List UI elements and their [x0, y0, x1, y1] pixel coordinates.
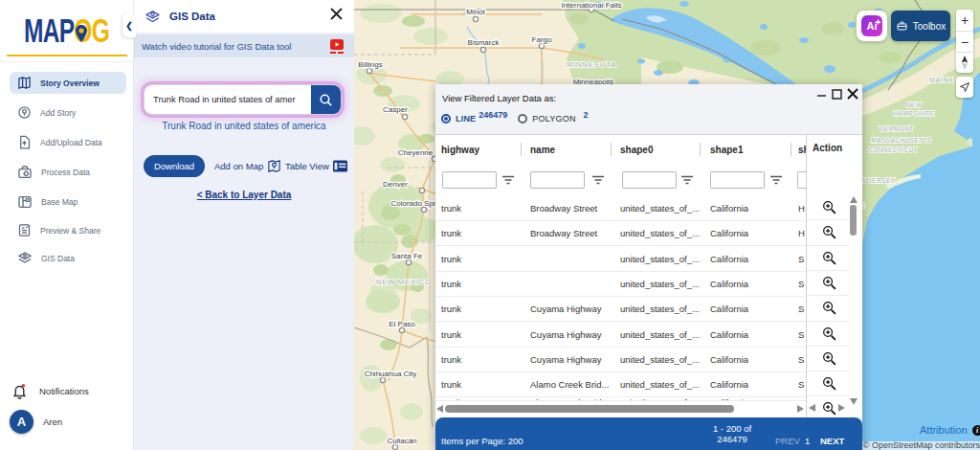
svg-text:MINNESOTA: MINNESOTA	[567, 60, 616, 69]
svg-text:MASSACHUSETTS: MASSACHUSETTS	[872, 137, 932, 144]
svg-text:MAINE: MAINE	[929, 77, 954, 83]
svg-text:Casper: Casper	[383, 105, 408, 114]
svg-text:VERMONT: VERMONT	[880, 125, 914, 132]
svg-text:El Paso: El Paso	[389, 320, 415, 328]
svg-text:Cheyenne: Cheyenne	[398, 148, 434, 157]
svg-text:Culiacán: Culiacán	[387, 437, 416, 445]
svg-text:Colorado Spr: Colorado Spr	[390, 199, 435, 208]
svg-text:Santa Fe: Santa Fe	[391, 252, 423, 260]
svg-text:Fargo: Fargo	[532, 35, 552, 44]
svg-text:Minot: Minot	[466, 8, 485, 16]
svg-text:Bismarck: Bismarck	[468, 38, 501, 47]
svg-text:NEW: NEW	[906, 101, 923, 108]
svg-text:Denver: Denver	[383, 180, 408, 189]
svg-text:International Falls: International Falls	[561, 1, 621, 10]
svg-text:NEW MEXICO: NEW MEXICO	[376, 278, 432, 286]
svg-text:Chihuahua City: Chihuahua City	[365, 370, 417, 378]
svg-text:Billings: Billings	[358, 60, 382, 69]
svg-text:CONNECTICUT: CONNECTICUT	[868, 146, 918, 153]
svg-text:HAMPSHIRE: HAMPSHIRE	[893, 110, 934, 117]
